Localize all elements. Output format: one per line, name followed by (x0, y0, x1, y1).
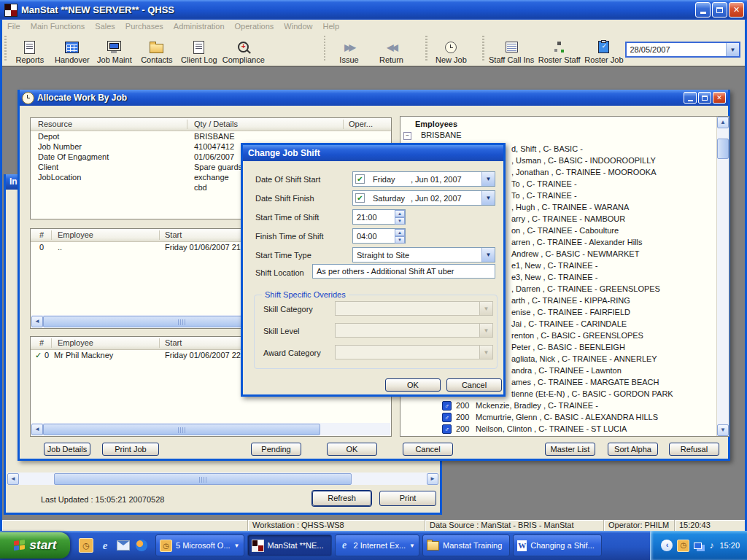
close-button[interactable]: ✕ (729, 2, 744, 18)
toolbar-date-combo[interactable]: 28/05/2007 ▼ (625, 42, 740, 58)
date-shift-finish-picker[interactable]: ✔ Saturday , Jun 02, 2007 ▼ (352, 190, 495, 206)
menu-item[interactable]: Operations (230, 21, 279, 31)
date-of-shift-start-picker[interactable]: ✔ Friday , Jun 01, 2007 ▼ (352, 171, 495, 187)
return-button[interactable]: ◀◀ Return (370, 34, 412, 65)
media-player-icon[interactable] (135, 539, 148, 552)
quick-launch-clock-icon[interactable]: ◷ (79, 538, 93, 553)
scroll-up-icon[interactable]: ▲ (717, 117, 729, 128)
menu-item[interactable]: Purchases (120, 21, 169, 31)
chevron-down-icon[interactable]: ▼ (481, 248, 495, 262)
refresh-button[interactable]: Refresh (312, 491, 371, 506)
volume-icon[interactable]: ♪ (709, 540, 713, 551)
scroll-left-icon[interactable]: ◄ (7, 473, 19, 485)
grid2-horizontal-scrollbar[interactable]: ◄ (31, 423, 390, 435)
scrollbar-thumb[interactable] (54, 473, 352, 485)
scrollbar-thumb[interactable] (717, 139, 729, 159)
task-button[interactable]: Manstat Training (422, 534, 510, 556)
reports-button[interactable]: Reports (9, 34, 51, 65)
task-button[interactable]: Changing a Shif... (513, 534, 602, 556)
status-clock: 15:20:43 (675, 520, 745, 531)
tray-clock-icon[interactable]: ◷ (677, 540, 689, 552)
refusal-button[interactable]: Refusal (669, 443, 719, 456)
checkbox-checked-icon[interactable]: ✔ (355, 193, 365, 203)
task-icon (427, 541, 439, 551)
mail-icon[interactable] (117, 539, 130, 552)
restore-button[interactable] (712, 2, 727, 18)
compliance-button[interactable]: + Compliance (220, 34, 267, 65)
checkbox-checked-icon[interactable]: ✔ (355, 174, 365, 184)
roster-staff-button[interactable]: Roster Staff (536, 34, 583, 65)
client-log-button[interactable]: Client Log (178, 34, 220, 65)
issue-button[interactable]: ▶▶ Issue (328, 34, 370, 65)
scroll-down-icon[interactable]: ▼ (717, 424, 729, 436)
column-header-oper[interactable]: Oper... (349, 120, 373, 128)
print-job-button[interactable]: Print Job (102, 443, 159, 456)
menu-item[interactable]: Administration (169, 21, 230, 31)
tree-collapse-icon[interactable]: − (403, 132, 411, 140)
scroll-left-icon[interactable]: ◄ (31, 316, 43, 327)
column-header-employee[interactable]: Employee (58, 338, 93, 347)
task-button[interactable]: 2 Internet Ex... ▼ (335, 534, 419, 556)
column-header-employee[interactable]: Employee (58, 230, 93, 239)
shift-location-input[interactable]: As per others - Additional Shift AT uber (312, 264, 495, 279)
employee-row[interactable]: ♂ 200 (400, 435, 717, 436)
job-maint-button[interactable]: Job Maint (93, 34, 136, 65)
tree-root-brisbane[interactable]: BRISBANE (421, 131, 462, 139)
scroll-right-icon[interactable]: ► (427, 473, 438, 485)
column-header-num[interactable]: # (39, 230, 44, 239)
chevron-down-icon[interactable]: ▼ (481, 191, 495, 205)
task-button[interactable]: ManStat **NE... (247, 534, 332, 556)
close-button[interactable]: ✕ (713, 92, 726, 104)
spinner-arrows-icon[interactable]: ▲▼ (395, 210, 405, 224)
menu-item[interactable]: Sales (90, 21, 120, 31)
column-header-start[interactable]: Start (165, 230, 182, 239)
start-time-type-combo[interactable]: Straight to Site ▼ (352, 247, 495, 262)
employee-row[interactable]: ♂ 200 Neilson, Clinton , C- TRAINEE - ST… (400, 423, 717, 435)
scroll-left-icon[interactable]: ◄ (31, 424, 43, 435)
column-header-num[interactable]: # (39, 338, 44, 347)
new-job-button[interactable]: New Job (430, 34, 472, 65)
maximize-button[interactable] (698, 92, 711, 104)
last-updated-label: Last Updated : 15:05:21 20070528 (41, 495, 164, 504)
roster-job-button[interactable]: Roster Job (582, 34, 625, 65)
pending-button[interactable]: Pending (251, 443, 301, 456)
tray-expand-icon[interactable]: ‹ (661, 540, 673, 551)
start-time-spinner[interactable]: 21:00 ▲▼ (352, 209, 406, 225)
employee-row[interactable]: ♂ 200 Mckenzie, Bradley , C- TRAINEE - (400, 400, 717, 411)
menu-item[interactable]: File (2, 21, 26, 31)
contacts-button[interactable]: Contacts (136, 34, 178, 65)
chevron-down-icon[interactable]: ▼ (726, 43, 739, 56)
finish-time-spinner[interactable]: 04:00 ▲▼ (352, 228, 406, 244)
column-header-start[interactable]: Start (165, 338, 182, 347)
menu-item[interactable]: Window (279, 21, 317, 31)
cancel-button[interactable]: Cancel (403, 443, 453, 456)
menu-item[interactable]: Help (317, 21, 344, 31)
spinner-arrows-icon[interactable]: ▲▼ (395, 229, 405, 243)
job-details-button[interactable]: Job Details (44, 443, 90, 456)
master-list-button[interactable]: Master List (545, 443, 595, 456)
resource-row[interactable]: Depot BRISBANE (31, 131, 391, 141)
background-horizontal-scrollbar[interactable]: ◄ ► (7, 472, 438, 485)
column-header-qty-details[interactable]: Qty / Details (194, 120, 238, 128)
scrollbar-thumb[interactable] (43, 424, 320, 435)
minimize-button[interactable] (684, 92, 697, 104)
handover-button[interactable]: Handover (51, 34, 93, 65)
start-button[interactable]: start (0, 532, 70, 559)
sort-alpha-button[interactable]: Sort Alpha (608, 443, 658, 456)
cancel-button[interactable]: Cancel (446, 378, 502, 392)
minimize-button[interactable] (695, 2, 711, 18)
network-icon[interactable] (694, 542, 702, 549)
mdi-workspace: Int ◄ ► Last Updated : 15:05:21 20070528… (2, 66, 745, 521)
chevron-down-icon[interactable]: ▼ (481, 172, 495, 186)
task-button[interactable]: 5 Microsoft O... ▼ (155, 534, 244, 556)
print-button[interactable]: Print (379, 491, 436, 506)
staff-call-ins-button[interactable]: Staff Call Ins (487, 34, 536, 65)
menu-item[interactable]: Main Functions (26, 21, 90, 31)
task-icon (160, 540, 172, 552)
internet-explorer-icon[interactable]: e (98, 539, 112, 552)
employee-row[interactable]: ♂ 200 Mcmurtrie, Glenn , C- BASIC - ALEX… (400, 411, 717, 423)
employees-vertical-scrollbar[interactable]: ▲ ▼ (716, 117, 729, 436)
ok-button[interactable]: OK (385, 378, 441, 392)
ok-button[interactable]: OK (327, 443, 377, 456)
column-header-resource[interactable]: Resource (38, 120, 72, 128)
